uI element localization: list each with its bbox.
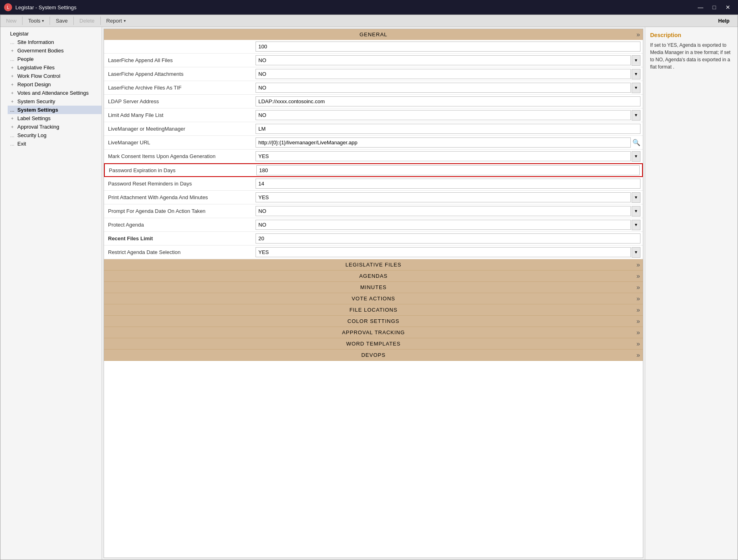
protect-agenda-arrow-icon[interactable]: ▼ (632, 220, 640, 230)
settings-row-restrict-agenda-date: Restrict Agenda Date Selection YES NO ▼ (104, 246, 643, 259)
print-attachment-arrow-icon[interactable]: ▼ (632, 192, 640, 203)
sidebar-root[interactable]: Legistar (0, 29, 102, 38)
color-settings-section[interactable]: COLOR SETTINGS » (104, 316, 643, 327)
help-menu-item[interactable]: Help (710, 15, 738, 27)
sidebar-item-legislative-files[interactable]: ＋ Legislative Files (8, 63, 102, 72)
delete-menu-item[interactable]: Delete (74, 15, 100, 27)
file-locations-section[interactable]: FILE LOCATIONS » (104, 304, 643, 316)
devops-expand-icon[interactable]: » (636, 352, 640, 359)
legislative-files-section[interactable]: LEGISLATIVE FILES » (104, 259, 643, 271)
vote-actions-section[interactable]: VOTE ACTIONS » (104, 293, 643, 304)
approval-expand-icon: ＋ (10, 124, 16, 130)
settings-row-print-attachment: Print Attachment With Agenda And Minutes… (104, 191, 643, 204)
laserfiche-append-all-value: NO YES ▼ (253, 54, 643, 67)
sidebar-item-people[interactable]: … People (8, 55, 102, 63)
sidebar-item-system-settings[interactable]: … System Settings (8, 106, 102, 114)
sidebar-item-system-security[interactable]: ＋ System Security (8, 97, 102, 106)
sidebar-item-report-design[interactable]: ＋ Report Design (8, 80, 102, 89)
vote-actions-expand-icon[interactable]: » (636, 295, 640, 302)
settings-row-recent-files-limit: Recent Files Limit (104, 232, 643, 246)
limit-add-many-wrapper: NO YES ▼ (256, 110, 640, 121)
laserfiche-append-all-select[interactable]: NO YES (256, 55, 631, 65)
sidebar-item-security-log[interactable]: … Security Log (8, 131, 102, 139)
exit-expand-icon: … (10, 142, 16, 146)
approval-tracking-section[interactable]: APPROVAL TRACKING » (104, 327, 643, 338)
maximize-button[interactable]: □ (708, 3, 720, 12)
agendas-section[interactable]: AGENDAS » (104, 271, 643, 282)
color-settings-expand-icon[interactable]: » (636, 318, 640, 325)
close-button[interactable]: ✕ (722, 3, 734, 12)
laserfiche-append-attachments-label: LaserFiche Append Attachments (104, 69, 253, 79)
restrict-agenda-date-arrow-icon[interactable]: ▼ (632, 247, 640, 258)
general-collapse-button[interactable]: » (636, 31, 640, 38)
prompt-agenda-date-value: NO YES ▼ (253, 205, 643, 217)
people-expand-icon: … (10, 57, 16, 62)
tools-arrow-icon: ▾ (42, 19, 44, 23)
protect-agenda-select[interactable]: NO YES (256, 220, 631, 230)
tools-menu-item[interactable]: Tools ▾ (23, 15, 50, 27)
sidebar-item-label-settings[interactable]: ＋ Label Settings (8, 114, 102, 123)
word-templates-expand-icon[interactable]: » (636, 340, 640, 348)
limit-add-many-arrow-icon[interactable]: ▼ (632, 110, 640, 121)
password-reset-value (253, 178, 643, 189)
livemanager-meetingmanager-value (253, 123, 643, 135)
ldap-server-input[interactable] (256, 96, 640, 106)
truncated-label (104, 44, 253, 49)
main-window: New Tools ▾ Save Delete Report ▾ Help L (0, 15, 738, 560)
sidebar-item-exit[interactable]: … Exit (8, 139, 102, 148)
workflow-expand-icon: ＋ (10, 73, 16, 79)
laserfiche-append-attachments-value: NO YES ▼ (253, 68, 643, 80)
legislative-files-expand-icon[interactable]: » (636, 261, 640, 269)
laserfiche-append-attachments-select[interactable]: NO YES (256, 69, 631, 79)
sidebar-item-site-information[interactable]: … Site Information (8, 38, 102, 46)
truncated-input[interactable] (256, 42, 640, 52)
votes-expand-icon: ＋ (10, 90, 16, 96)
general-section-header: GENERAL » (104, 29, 643, 40)
protect-agenda-wrapper: NO YES ▼ (256, 220, 640, 230)
minimize-button[interactable]: — (694, 3, 707, 12)
laserfiche-append-attachments-arrow-icon[interactable]: ▼ (632, 69, 640, 79)
prompt-agenda-date-arrow-icon[interactable]: ▼ (632, 206, 640, 217)
restrict-agenda-date-value: YES NO ▼ (253, 246, 643, 258)
livemanager-url-input[interactable] (256, 137, 631, 148)
restrict-agenda-date-label: Restrict Agenda Date Selection (104, 247, 253, 258)
mark-consent-wrapper: YES NO ▼ (256, 151, 640, 162)
prompt-agenda-date-select[interactable]: NO YES (256, 206, 631, 216)
laserfiche-append-all-arrow-icon[interactable]: ▼ (632, 55, 640, 66)
limit-add-many-value: NO YES ▼ (253, 109, 643, 121)
livemanager-meetingmanager-label: LiveManager or MeetingManager (104, 123, 253, 134)
sidebar-item-workflow-control[interactable]: ＋ Work Flow Control (8, 72, 102, 80)
ldap-server-label: LDAP Server Address (104, 96, 253, 107)
recent-files-limit-input[interactable] (256, 233, 640, 244)
laserfiche-archive-tif-arrow-icon[interactable]: ▼ (632, 83, 640, 93)
approval-tracking-expand-icon[interactable]: » (636, 329, 640, 336)
password-expiration-input[interactable] (256, 165, 640, 175)
sidebar-item-approval-tracking[interactable]: ＋ Approval Tracking (8, 123, 102, 131)
restrict-agenda-date-select[interactable]: YES NO (256, 247, 631, 257)
word-templates-section[interactable]: WORD TEMPLATES » (104, 338, 643, 350)
file-locations-expand-icon[interactable]: » (636, 306, 640, 314)
laserfiche-archive-tif-select[interactable]: NO YES (256, 83, 631, 93)
mark-consent-select[interactable]: YES NO (256, 151, 631, 161)
livemanager-meetingmanager-input[interactable] (256, 124, 640, 134)
settings-row-laserfiche-append-attachments: LaserFiche Append Attachments NO YES ▼ (104, 67, 643, 81)
save-menu-item[interactable]: Save (50, 15, 73, 27)
site-expand-icon: … (10, 40, 16, 45)
minutes-expand-icon[interactable]: » (636, 284, 640, 291)
minutes-section[interactable]: MINUTES » (104, 282, 643, 293)
report-menu-item[interactable]: Report ▾ (101, 15, 131, 27)
ldap-server-value (253, 96, 643, 107)
limit-add-many-select[interactable]: NO YES (256, 110, 631, 120)
print-attachment-label: Print Attachment With Agenda And Minutes (104, 192, 253, 203)
new-menu-item[interactable]: New (0, 15, 22, 27)
laserfiche-append-attachments-wrapper: NO YES ▼ (256, 69, 640, 79)
sidebar-item-government-bodies[interactable]: ＋ Government Bodies (8, 46, 102, 55)
agendas-expand-icon[interactable]: » (636, 273, 640, 280)
devops-section[interactable]: DEVOPS » (104, 350, 643, 361)
password-reset-input[interactable] (256, 179, 640, 189)
content-area: Legistar … Site Information ＋ Government… (0, 27, 738, 560)
sidebar-item-votes-attendance[interactable]: ＋ Votes and Attendance Settings (8, 89, 102, 97)
mark-consent-arrow-icon[interactable]: ▼ (632, 151, 640, 162)
zoom-icon[interactable]: 🔍 (632, 139, 640, 146)
print-attachment-select[interactable]: YES NO (256, 192, 631, 202)
